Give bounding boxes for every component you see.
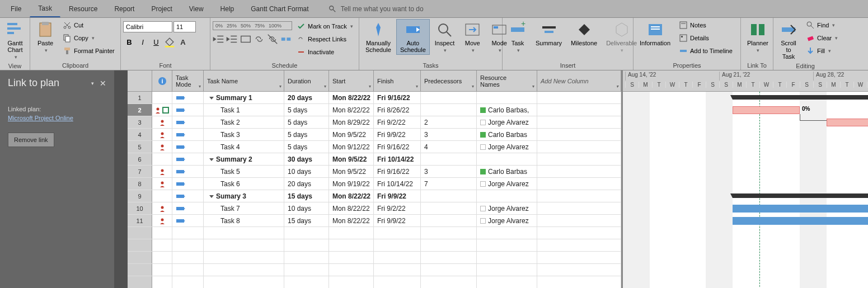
- bold-button[interactable]: B: [123, 36, 135, 48]
- row-number[interactable]: 8: [128, 178, 152, 190]
- resource-cell[interactable]: [477, 153, 537, 165]
- col-add-new[interactable]: Add New Column▾: [537, 70, 621, 91]
- summary-bar[interactable]: [733, 95, 868, 100]
- rownum-header[interactable]: [128, 70, 152, 91]
- tab-gantt-format[interactable]: Gantt Chart Format: [242, 0, 317, 17]
- finish-cell[interactable]: Fri 9/16/22: [374, 141, 421, 153]
- finish-cell[interactable]: Fri 9/9/22: [374, 215, 421, 226]
- info-cell[interactable]: [152, 129, 172, 140]
- empty-row[interactable]: [128, 239, 621, 252]
- start-cell[interactable]: Mon 9/19/22: [329, 178, 374, 190]
- info-cell[interactable]: [152, 215, 172, 226]
- start-cell[interactable]: Mon 8/22/22: [329, 92, 374, 103]
- update-button[interactable]: [240, 33, 252, 45]
- gantt-chart-button[interactable]: Gantt Chart▾: [2, 19, 28, 62]
- duration-cell[interactable]: 30 days: [284, 153, 329, 165]
- empty-row[interactable]: [128, 264, 621, 276]
- predecessors-cell[interactable]: 7: [421, 178, 477, 190]
- start-cell[interactable]: Mon 9/12/22: [329, 141, 374, 153]
- row-number[interactable]: 4: [128, 129, 152, 140]
- resource-cell[interactable]: Jorge Alvarez: [477, 215, 537, 226]
- duration-cell[interactable]: 15 days: [284, 215, 329, 226]
- resource-cell[interactable]: Carlo Barbas,: [477, 104, 537, 116]
- task-name-cell[interactable]: Task 1: [204, 104, 284, 116]
- table-row[interactable]: 1Summary 120 daysMon 8/22/22Fri 9/16/22: [128, 92, 621, 104]
- resource-cell[interactable]: [477, 190, 537, 202]
- col-start[interactable]: Start▾: [329, 70, 374, 91]
- indent-button[interactable]: [226, 33, 238, 45]
- resource-cell[interactable]: Jorge Alvarez: [477, 202, 537, 214]
- move-button[interactable]: Move▾: [459, 19, 485, 55]
- collapse-icon[interactable]: [209, 97, 214, 100]
- empty-cell[interactable]: [537, 104, 621, 116]
- predecessors-cell[interactable]: [421, 215, 477, 226]
- empty-cell[interactable]: [537, 129, 621, 140]
- resource-cell[interactable]: Jorge Alvarez: [477, 178, 537, 190]
- italic-button[interactable]: I: [137, 36, 149, 48]
- notes-button[interactable]: Notes: [675, 19, 736, 31]
- add-to-timeline-button[interactable]: Add to Timeline: [675, 45, 736, 57]
- table-row[interactable]: 7Task 510 daysMon 9/5/22Fri 9/16/223Carl…: [128, 166, 621, 178]
- row-number[interactable]: 11: [128, 215, 152, 226]
- auto-schedule-button[interactable]: Auto Schedule: [396, 19, 430, 55]
- info-cell[interactable]: [152, 141, 172, 153]
- duration-cell[interactable]: 10 days: [284, 166, 329, 177]
- task-mode-cell[interactable]: [172, 104, 204, 116]
- duration-cell[interactable]: 20 days: [284, 92, 329, 103]
- predecessors-cell[interactable]: 3: [421, 129, 477, 140]
- timeline-header[interactable]: Aug 14, '22 Aug 21, '22 Aug 28, '22 SMTW…: [623, 70, 868, 92]
- col-task-mode[interactable]: TaskMode ▾: [172, 70, 204, 91]
- insert-summary-button[interactable]: Summary: [532, 19, 566, 48]
- predecessors-cell[interactable]: 3: [421, 166, 477, 177]
- empty-row[interactable]: [128, 252, 621, 264]
- row-number[interactable]: 6: [128, 153, 152, 165]
- finish-cell[interactable]: Fri 9/16/22: [374, 166, 421, 177]
- mark-on-track-button[interactable]: Mark on Track▾: [293, 20, 356, 32]
- inspect-button[interactable]: Inspect▾: [431, 19, 458, 55]
- format-painter-button[interactable]: Format Painter: [59, 45, 118, 57]
- task-mode-cell[interactable]: [172, 190, 204, 202]
- row-number[interactable]: 2: [128, 104, 152, 116]
- percent-complete-gallery[interactable]: 0% 25% 50% 75% 100%: [213, 21, 292, 30]
- table-row[interactable]: 5Task 45 daysMon 9/12/22Fri 9/16/224Jorg…: [128, 141, 621, 153]
- clear-button[interactable]: Clear▾: [803, 32, 841, 44]
- row-number[interactable]: 9: [128, 190, 152, 202]
- resource-cell[interactable]: Jorge Alvarez: [477, 116, 537, 128]
- task-bar[interactable]: [733, 205, 868, 213]
- tab-resource[interactable]: Resource: [60, 0, 106, 17]
- remove-link-button[interactable]: Remove link: [8, 133, 54, 147]
- table-row[interactable]: 10Task 710 daysMon 8/22/22Fri 9/2/22Jorg…: [128, 202, 621, 215]
- info-cell[interactable]: [152, 116, 172, 128]
- table-row[interactable]: 2Task 15 daysMon 8/22/22Fri 8/26/22Carlo…: [128, 104, 621, 116]
- task-mode-cell[interactable]: [172, 202, 204, 214]
- duration-cell[interactable]: 5 days: [284, 104, 329, 116]
- col-resource-names[interactable]: ResourceNames ▾: [477, 70, 537, 91]
- split-button[interactable]: [280, 33, 292, 45]
- info-cell[interactable]: [152, 202, 172, 214]
- summary-bar[interactable]: [733, 193, 868, 198]
- start-cell[interactable]: Mon 9/5/22: [329, 166, 374, 177]
- task-mode-cell[interactable]: [172, 166, 204, 177]
- font-size-select[interactable]: [173, 21, 196, 32]
- tell-me-search[interactable]: Tell me what you want to do: [329, 0, 424, 17]
- predecessors-cell[interactable]: 2: [421, 116, 477, 128]
- task-name-cell[interactable]: Task 7: [204, 202, 284, 214]
- duration-cell[interactable]: 20 days: [284, 178, 329, 190]
- close-icon[interactable]: ✕: [100, 79, 106, 88]
- finish-cell[interactable]: Fri 9/2/22: [374, 116, 421, 128]
- task-mode-cell[interactable]: [172, 215, 204, 226]
- finish-cell[interactable]: Fri 9/9/22: [374, 190, 421, 202]
- duration-cell[interactable]: 5 days: [284, 116, 329, 128]
- linked-plan-link[interactable]: Microsoft Project Online: [8, 115, 106, 121]
- start-cell[interactable]: Mon 8/29/22: [329, 116, 374, 128]
- insert-milestone-button[interactable]: Milestone: [567, 19, 601, 48]
- task-mode-cell[interactable]: [172, 141, 204, 153]
- finish-cell[interactable]: Fri 9/16/22: [374, 92, 421, 103]
- unlink-button[interactable]: [266, 33, 279, 45]
- empty-cell[interactable]: [537, 153, 621, 165]
- task-name-cell[interactable]: Task 6: [204, 178, 284, 190]
- fill-color-button[interactable]: [163, 36, 176, 48]
- tab-help[interactable]: Help: [212, 0, 243, 17]
- finish-cell[interactable]: Fri 9/2/22: [374, 202, 421, 214]
- fill-button[interactable]: Fill▾: [803, 45, 841, 57]
